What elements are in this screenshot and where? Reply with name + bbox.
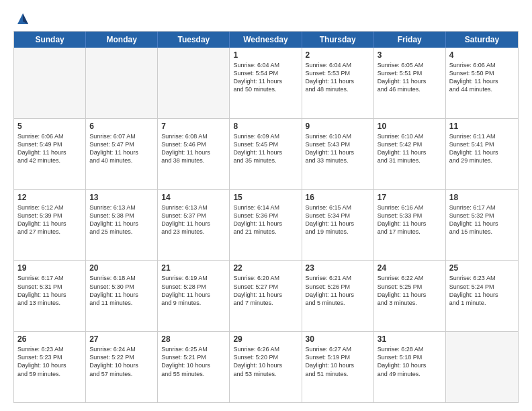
calendar-cell: 4Sunrise: 6:06 AM Sunset: 5:50 PM Daylig… — [446, 48, 518, 118]
calendar-cell — [14, 48, 86, 118]
day-info: Sunrise: 6:08 AM Sunset: 5:46 PM Dayligh… — [161, 132, 226, 165]
logo-icon — [16, 12, 30, 26]
page: SundayMondayTuesdayWednesdayThursdayFrid… — [0, 0, 532, 411]
calendar-cell: 24Sunrise: 6:22 AM Sunset: 5:25 PM Dayli… — [374, 261, 446, 331]
day-info: Sunrise: 6:18 AM Sunset: 5:30 PM Dayligh… — [89, 274, 154, 307]
calendar-cell: 10Sunrise: 6:10 AM Sunset: 5:42 PM Dayli… — [374, 119, 446, 189]
day-info: Sunrise: 6:27 AM Sunset: 5:19 PM Dayligh… — [306, 345, 370, 378]
calendar-cell: 21Sunrise: 6:19 AM Sunset: 5:28 PM Dayli… — [158, 261, 230, 331]
day-number: 16 — [306, 193, 370, 202]
day-number: 4 — [449, 50, 515, 60]
day-number: 21 — [161, 263, 226, 273]
weekday-header: Saturday — [446, 32, 518, 48]
calendar-cell: 28Sunrise: 6:25 AM Sunset: 5:21 PM Dayli… — [158, 332, 230, 402]
calendar-cell: 15Sunrise: 6:14 AM Sunset: 5:36 PM Dayli… — [230, 190, 302, 261]
day-info: Sunrise: 6:20 AM Sunset: 5:27 PM Dayligh… — [233, 274, 298, 307]
day-number: 15 — [233, 193, 298, 202]
calendar-cell: 8Sunrise: 6:09 AM Sunset: 5:45 PM Daylig… — [230, 119, 302, 189]
day-info: Sunrise: 6:13 AM Sunset: 5:37 PM Dayligh… — [161, 203, 226, 236]
calendar-cell: 30Sunrise: 6:27 AM Sunset: 5:19 PM Dayli… — [302, 332, 374, 402]
day-info: Sunrise: 6:26 AM Sunset: 5:20 PM Dayligh… — [233, 345, 298, 378]
day-info: Sunrise: 6:15 AM Sunset: 5:34 PM Dayligh… — [306, 203, 370, 236]
calendar-cell: 19Sunrise: 6:17 AM Sunset: 5:31 PM Dayli… — [14, 261, 86, 331]
day-number: 20 — [89, 263, 154, 273]
day-number: 26 — [17, 334, 82, 344]
header — [13, 12, 519, 26]
calendar-cell: 11Sunrise: 6:11 AM Sunset: 5:41 PM Dayli… — [446, 119, 518, 189]
day-info: Sunrise: 6:04 AM Sunset: 5:53 PM Dayligh… — [306, 61, 370, 94]
calendar-cell: 6Sunrise: 6:07 AM Sunset: 5:47 PM Daylig… — [86, 119, 158, 189]
calendar-row: 26Sunrise: 6:23 AM Sunset: 5:23 PM Dayli… — [14, 331, 518, 402]
day-number: 12 — [17, 193, 82, 202]
day-number: 22 — [233, 263, 298, 273]
day-number: 9 — [306, 122, 370, 131]
day-number: 24 — [378, 263, 442, 273]
calendar-cell: 14Sunrise: 6:13 AM Sunset: 5:37 PM Dayli… — [158, 190, 230, 261]
day-info: Sunrise: 6:06 AM Sunset: 5:50 PM Dayligh… — [449, 61, 515, 94]
calendar-cell: 20Sunrise: 6:18 AM Sunset: 5:30 PM Dayli… — [86, 261, 158, 331]
calendar-cell: 25Sunrise: 6:23 AM Sunset: 5:24 PM Dayli… — [446, 261, 518, 331]
logo — [13, 12, 30, 26]
day-number: 28 — [161, 334, 226, 344]
day-info: Sunrise: 6:22 AM Sunset: 5:25 PM Dayligh… — [378, 274, 442, 307]
calendar-row: 19Sunrise: 6:17 AM Sunset: 5:31 PM Dayli… — [14, 260, 518, 331]
calendar-cell: 5Sunrise: 6:06 AM Sunset: 5:49 PM Daylig… — [14, 119, 86, 189]
day-number: 1 — [233, 50, 298, 60]
calendar-cell: 3Sunrise: 6:05 AM Sunset: 5:51 PM Daylig… — [374, 48, 446, 118]
calendar-cell — [446, 332, 518, 402]
calendar-cell — [158, 48, 230, 118]
calendar-body: 1Sunrise: 6:04 AM Sunset: 5:54 PM Daylig… — [14, 48, 518, 402]
calendar-header: SundayMondayTuesdayWednesdayThursdayFrid… — [14, 32, 518, 48]
day-info: Sunrise: 6:12 AM Sunset: 5:39 PM Dayligh… — [17, 203, 82, 236]
day-number: 23 — [306, 263, 370, 273]
calendar-cell: 29Sunrise: 6:26 AM Sunset: 5:20 PM Dayli… — [230, 332, 302, 402]
day-number: 3 — [378, 50, 442, 60]
calendar-cell: 13Sunrise: 6:13 AM Sunset: 5:38 PM Dayli… — [86, 190, 158, 261]
day-info: Sunrise: 6:16 AM Sunset: 5:33 PM Dayligh… — [378, 203, 442, 236]
calendar-cell: 26Sunrise: 6:23 AM Sunset: 5:23 PM Dayli… — [14, 332, 86, 402]
day-number: 7 — [161, 122, 226, 131]
day-info: Sunrise: 6:07 AM Sunset: 5:47 PM Dayligh… — [89, 132, 154, 165]
day-info: Sunrise: 6:24 AM Sunset: 5:22 PM Dayligh… — [89, 345, 154, 378]
weekday-header: Friday — [374, 32, 446, 48]
day-info: Sunrise: 6:21 AM Sunset: 5:26 PM Dayligh… — [306, 274, 370, 307]
day-number: 29 — [233, 334, 298, 344]
day-info: Sunrise: 6:05 AM Sunset: 5:51 PM Dayligh… — [378, 61, 442, 94]
calendar-row: 1Sunrise: 6:04 AM Sunset: 5:54 PM Daylig… — [14, 48, 518, 118]
calendar-cell: 12Sunrise: 6:12 AM Sunset: 5:39 PM Dayli… — [14, 190, 86, 261]
day-info: Sunrise: 6:17 AM Sunset: 5:32 PM Dayligh… — [449, 203, 515, 236]
weekday-header: Tuesday — [158, 32, 230, 48]
day-info: Sunrise: 6:10 AM Sunset: 5:43 PM Dayligh… — [306, 132, 370, 165]
weekday-header: Monday — [86, 32, 158, 48]
calendar-cell: 27Sunrise: 6:24 AM Sunset: 5:22 PM Dayli… — [86, 332, 158, 402]
day-number: 11 — [449, 122, 515, 131]
day-number: 30 — [306, 334, 370, 344]
day-number: 19 — [17, 263, 82, 273]
calendar-cell: 2Sunrise: 6:04 AM Sunset: 5:53 PM Daylig… — [302, 48, 374, 118]
weekday-header: Thursday — [302, 32, 374, 48]
day-info: Sunrise: 6:10 AM Sunset: 5:42 PM Dayligh… — [378, 132, 442, 165]
day-number: 6 — [89, 122, 154, 131]
day-number: 8 — [233, 122, 298, 131]
day-info: Sunrise: 6:04 AM Sunset: 5:54 PM Dayligh… — [233, 61, 298, 94]
day-info: Sunrise: 6:19 AM Sunset: 5:28 PM Dayligh… — [161, 274, 226, 307]
calendar-cell: 22Sunrise: 6:20 AM Sunset: 5:27 PM Dayli… — [230, 261, 302, 331]
calendar-cell: 1Sunrise: 6:04 AM Sunset: 5:54 PM Daylig… — [230, 48, 302, 118]
calendar-row: 12Sunrise: 6:12 AM Sunset: 5:39 PM Dayli… — [14, 189, 518, 261]
weekday-header: Sunday — [14, 32, 86, 48]
day-info: Sunrise: 6:06 AM Sunset: 5:49 PM Dayligh… — [17, 132, 82, 165]
day-info: Sunrise: 6:14 AM Sunset: 5:36 PM Dayligh… — [233, 203, 298, 236]
day-info: Sunrise: 6:23 AM Sunset: 5:23 PM Dayligh… — [17, 345, 82, 378]
day-info: Sunrise: 6:28 AM Sunset: 5:18 PM Dayligh… — [378, 345, 442, 378]
calendar-row: 5Sunrise: 6:06 AM Sunset: 5:49 PM Daylig… — [14, 118, 518, 189]
day-number: 18 — [449, 193, 515, 202]
day-info: Sunrise: 6:23 AM Sunset: 5:24 PM Dayligh… — [449, 274, 515, 307]
calendar-cell: 17Sunrise: 6:16 AM Sunset: 5:33 PM Dayli… — [374, 190, 446, 261]
day-number: 14 — [161, 193, 226, 202]
day-info: Sunrise: 6:25 AM Sunset: 5:21 PM Dayligh… — [161, 345, 226, 378]
calendar-cell: 23Sunrise: 6:21 AM Sunset: 5:26 PM Dayli… — [302, 261, 374, 331]
day-info: Sunrise: 6:17 AM Sunset: 5:31 PM Dayligh… — [17, 274, 82, 307]
day-number: 10 — [378, 122, 442, 131]
calendar: SundayMondayTuesdayWednesdayThursdayFrid… — [13, 31, 519, 403]
day-number: 5 — [17, 122, 82, 131]
